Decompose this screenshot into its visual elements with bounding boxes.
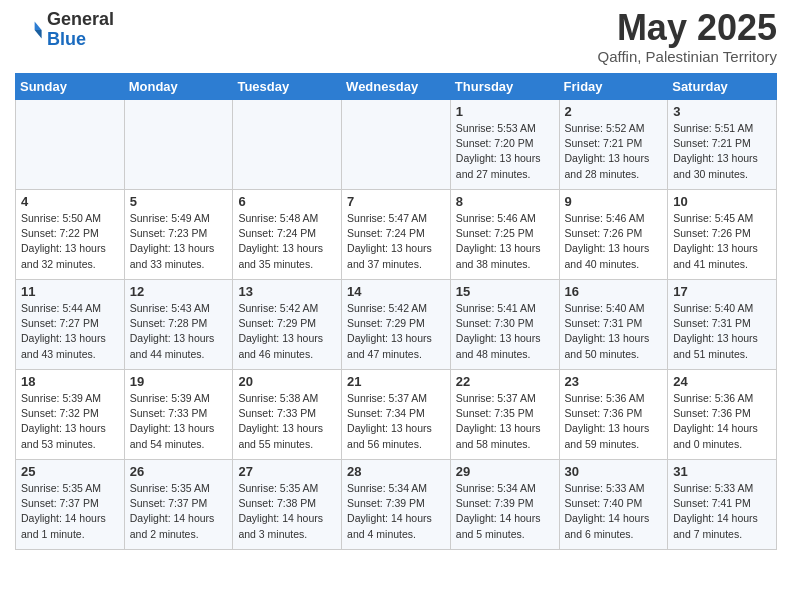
day-number: 26 xyxy=(130,464,228,479)
day-number: 8 xyxy=(456,194,554,209)
day-number: 27 xyxy=(238,464,336,479)
day-number: 7 xyxy=(347,194,445,209)
calendar-cell: 8Sunrise: 5:46 AM Sunset: 7:25 PM Daylig… xyxy=(450,190,559,280)
calendar-cell: 21Sunrise: 5:37 AM Sunset: 7:34 PM Dayli… xyxy=(342,370,451,460)
logo-text: General Blue xyxy=(47,10,114,50)
calendar-cell: 26Sunrise: 5:35 AM Sunset: 7:37 PM Dayli… xyxy=(124,460,233,550)
day-info: Sunrise: 5:34 AM Sunset: 7:39 PM Dayligh… xyxy=(347,481,445,542)
day-number: 10 xyxy=(673,194,771,209)
day-info: Sunrise: 5:40 AM Sunset: 7:31 PM Dayligh… xyxy=(673,301,771,362)
day-number: 9 xyxy=(565,194,663,209)
day-number: 2 xyxy=(565,104,663,119)
day-number: 6 xyxy=(238,194,336,209)
calendar-cell: 9Sunrise: 5:46 AM Sunset: 7:26 PM Daylig… xyxy=(559,190,668,280)
calendar-cell: 22Sunrise: 5:37 AM Sunset: 7:35 PM Dayli… xyxy=(450,370,559,460)
header-friday: Friday xyxy=(559,74,668,100)
day-info: Sunrise: 5:44 AM Sunset: 7:27 PM Dayligh… xyxy=(21,301,119,362)
day-number: 21 xyxy=(347,374,445,389)
svg-marker-0 xyxy=(35,21,42,29)
calendar-cell: 19Sunrise: 5:39 AM Sunset: 7:33 PM Dayli… xyxy=(124,370,233,460)
day-info: Sunrise: 5:50 AM Sunset: 7:22 PM Dayligh… xyxy=(21,211,119,272)
calendar-cell: 11Sunrise: 5:44 AM Sunset: 7:27 PM Dayli… xyxy=(16,280,125,370)
header-saturday: Saturday xyxy=(668,74,777,100)
day-info: Sunrise: 5:53 AM Sunset: 7:20 PM Dayligh… xyxy=(456,121,554,182)
calendar-cell: 2Sunrise: 5:52 AM Sunset: 7:21 PM Daylig… xyxy=(559,100,668,190)
header-thursday: Thursday xyxy=(450,74,559,100)
day-number: 23 xyxy=(565,374,663,389)
calendar-cell: 18Sunrise: 5:39 AM Sunset: 7:32 PM Dayli… xyxy=(16,370,125,460)
day-info: Sunrise: 5:38 AM Sunset: 7:33 PM Dayligh… xyxy=(238,391,336,452)
logo: General Blue xyxy=(15,10,114,50)
day-info: Sunrise: 5:48 AM Sunset: 7:24 PM Dayligh… xyxy=(238,211,336,272)
day-info: Sunrise: 5:41 AM Sunset: 7:30 PM Dayligh… xyxy=(456,301,554,362)
logo-general: General xyxy=(47,10,114,30)
logo-blue: Blue xyxy=(47,30,114,50)
day-info: Sunrise: 5:37 AM Sunset: 7:34 PM Dayligh… xyxy=(347,391,445,452)
day-info: Sunrise: 5:46 AM Sunset: 7:25 PM Dayligh… xyxy=(456,211,554,272)
day-info: Sunrise: 5:47 AM Sunset: 7:24 PM Dayligh… xyxy=(347,211,445,272)
header-monday: Monday xyxy=(124,74,233,100)
day-number: 30 xyxy=(565,464,663,479)
day-info: Sunrise: 5:34 AM Sunset: 7:39 PM Dayligh… xyxy=(456,481,554,542)
calendar-cell xyxy=(16,100,125,190)
day-info: Sunrise: 5:35 AM Sunset: 7:37 PM Dayligh… xyxy=(130,481,228,542)
day-info: Sunrise: 5:42 AM Sunset: 7:29 PM Dayligh… xyxy=(238,301,336,362)
title-block: May 2025 Qaffin, Palestinian Territory xyxy=(597,10,777,65)
calendar-cell: 10Sunrise: 5:45 AM Sunset: 7:26 PM Dayli… xyxy=(668,190,777,280)
calendar-cell: 29Sunrise: 5:34 AM Sunset: 7:39 PM Dayli… xyxy=(450,460,559,550)
day-info: Sunrise: 5:51 AM Sunset: 7:21 PM Dayligh… xyxy=(673,121,771,182)
calendar-cell: 25Sunrise: 5:35 AM Sunset: 7:37 PM Dayli… xyxy=(16,460,125,550)
calendar-cell: 24Sunrise: 5:36 AM Sunset: 7:36 PM Dayli… xyxy=(668,370,777,460)
header-wednesday: Wednesday xyxy=(342,74,451,100)
day-info: Sunrise: 5:42 AM Sunset: 7:29 PM Dayligh… xyxy=(347,301,445,362)
day-number: 12 xyxy=(130,284,228,299)
day-info: Sunrise: 5:45 AM Sunset: 7:26 PM Dayligh… xyxy=(673,211,771,272)
day-info: Sunrise: 5:37 AM Sunset: 7:35 PM Dayligh… xyxy=(456,391,554,452)
calendar-cell: 16Sunrise: 5:40 AM Sunset: 7:31 PM Dayli… xyxy=(559,280,668,370)
calendar-cell: 20Sunrise: 5:38 AM Sunset: 7:33 PM Dayli… xyxy=(233,370,342,460)
day-info: Sunrise: 5:36 AM Sunset: 7:36 PM Dayligh… xyxy=(565,391,663,452)
day-number: 18 xyxy=(21,374,119,389)
page-header: General Blue May 2025 Qaffin, Palestinia… xyxy=(15,10,777,65)
week-row-1: 1Sunrise: 5:53 AM Sunset: 7:20 PM Daylig… xyxy=(16,100,777,190)
header-sunday: Sunday xyxy=(16,74,125,100)
header-tuesday: Tuesday xyxy=(233,74,342,100)
week-row-5: 25Sunrise: 5:35 AM Sunset: 7:37 PM Dayli… xyxy=(16,460,777,550)
day-number: 1 xyxy=(456,104,554,119)
day-number: 5 xyxy=(130,194,228,209)
calendar-cell: 12Sunrise: 5:43 AM Sunset: 7:28 PM Dayli… xyxy=(124,280,233,370)
day-number: 17 xyxy=(673,284,771,299)
calendar-cell: 15Sunrise: 5:41 AM Sunset: 7:30 PM Dayli… xyxy=(450,280,559,370)
week-row-2: 4Sunrise: 5:50 AM Sunset: 7:22 PM Daylig… xyxy=(16,190,777,280)
calendar-cell: 14Sunrise: 5:42 AM Sunset: 7:29 PM Dayli… xyxy=(342,280,451,370)
day-info: Sunrise: 5:33 AM Sunset: 7:40 PM Dayligh… xyxy=(565,481,663,542)
week-row-3: 11Sunrise: 5:44 AM Sunset: 7:27 PM Dayli… xyxy=(16,280,777,370)
calendar-cell: 13Sunrise: 5:42 AM Sunset: 7:29 PM Dayli… xyxy=(233,280,342,370)
day-info: Sunrise: 5:39 AM Sunset: 7:32 PM Dayligh… xyxy=(21,391,119,452)
calendar-cell: 3Sunrise: 5:51 AM Sunset: 7:21 PM Daylig… xyxy=(668,100,777,190)
calendar-table: SundayMondayTuesdayWednesdayThursdayFrid… xyxy=(15,73,777,550)
calendar-cell: 17Sunrise: 5:40 AM Sunset: 7:31 PM Dayli… xyxy=(668,280,777,370)
day-number: 4 xyxy=(21,194,119,209)
calendar-cell xyxy=(342,100,451,190)
day-info: Sunrise: 5:33 AM Sunset: 7:41 PM Dayligh… xyxy=(673,481,771,542)
logo-icon xyxy=(15,16,43,44)
calendar-cell: 30Sunrise: 5:33 AM Sunset: 7:40 PM Dayli… xyxy=(559,460,668,550)
day-info: Sunrise: 5:40 AM Sunset: 7:31 PM Dayligh… xyxy=(565,301,663,362)
day-number: 22 xyxy=(456,374,554,389)
calendar-cell: 4Sunrise: 5:50 AM Sunset: 7:22 PM Daylig… xyxy=(16,190,125,280)
calendar-cell: 23Sunrise: 5:36 AM Sunset: 7:36 PM Dayli… xyxy=(559,370,668,460)
day-number: 20 xyxy=(238,374,336,389)
day-number: 16 xyxy=(565,284,663,299)
day-info: Sunrise: 5:52 AM Sunset: 7:21 PM Dayligh… xyxy=(565,121,663,182)
day-number: 19 xyxy=(130,374,228,389)
calendar-cell: 6Sunrise: 5:48 AM Sunset: 7:24 PM Daylig… xyxy=(233,190,342,280)
day-info: Sunrise: 5:35 AM Sunset: 7:38 PM Dayligh… xyxy=(238,481,336,542)
calendar-cell: 27Sunrise: 5:35 AM Sunset: 7:38 PM Dayli… xyxy=(233,460,342,550)
calendar-cell: 28Sunrise: 5:34 AM Sunset: 7:39 PM Dayli… xyxy=(342,460,451,550)
calendar-cell: 5Sunrise: 5:49 AM Sunset: 7:23 PM Daylig… xyxy=(124,190,233,280)
day-number: 15 xyxy=(456,284,554,299)
day-number: 13 xyxy=(238,284,336,299)
location: Qaffin, Palestinian Territory xyxy=(597,48,777,65)
week-row-4: 18Sunrise: 5:39 AM Sunset: 7:32 PM Dayli… xyxy=(16,370,777,460)
